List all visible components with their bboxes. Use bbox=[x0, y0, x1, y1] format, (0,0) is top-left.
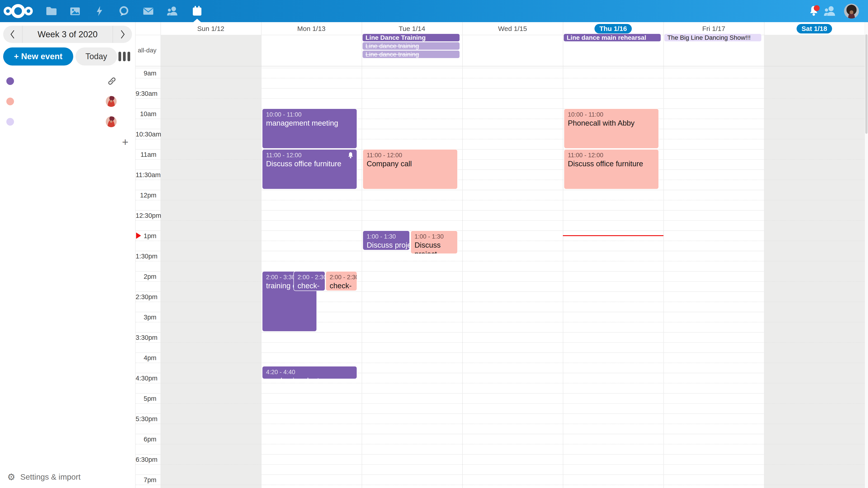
time-grid-dotted-line bbox=[135, 444, 865, 445]
calendar-event[interactable]: 1:00 - 1:30Discuss project announcement bbox=[363, 230, 410, 250]
all-day-event[interactable]: Line dance training bbox=[363, 51, 460, 58]
app-mail-icon[interactable] bbox=[136, 0, 160, 22]
all-day-event[interactable]: Line dance main rehearsal bbox=[564, 34, 661, 41]
calendar-owner-avatar bbox=[106, 116, 117, 127]
app-activity-icon[interactable] bbox=[87, 0, 112, 22]
new-event-button[interactable]: + New event bbox=[3, 47, 73, 66]
app-contacts-icon[interactable] bbox=[160, 0, 185, 22]
time-grid-line bbox=[135, 210, 865, 210]
next-week-button[interactable] bbox=[113, 26, 132, 43]
day-header-sat[interactable]: Sat 1/18 bbox=[764, 22, 865, 35]
day-header-wed[interactable]: Wed 1/15 bbox=[462, 22, 563, 35]
previous-week-button[interactable] bbox=[3, 26, 23, 43]
calendar-list-item[interactable] bbox=[0, 111, 135, 132]
time-grid-dotted-line bbox=[135, 139, 865, 139]
calendar-event[interactable]: 1:00 - 1:30Discuss project announcement bbox=[410, 230, 458, 254]
calendar-event[interactable]: 2:00 - 2:30check-in bbox=[293, 271, 325, 291]
calendar-actions-menu-icon[interactable] bbox=[125, 120, 130, 124]
time-label: 3pm bbox=[135, 314, 156, 321]
user-avatar[interactable] bbox=[844, 4, 859, 19]
calendar-event[interactable]: 11:00 - 12:00Discuss office furniture bbox=[262, 149, 357, 189]
calendar-event[interactable]: 11:00 - 12:00Discuss office furniture bbox=[564, 149, 659, 189]
view-toggle-button[interactable] bbox=[117, 51, 131, 63]
day-header-mon[interactable]: Mon 1/13 bbox=[261, 22, 362, 35]
settings-import-button[interactable]: ⚙ Settings & import bbox=[7, 472, 81, 482]
time-grid-dotted-line bbox=[135, 78, 865, 78]
time-label: 5pm bbox=[135, 395, 156, 402]
day-header-tue[interactable]: Tue 1/14 bbox=[362, 22, 462, 35]
new-calendar-button[interactable]: + bbox=[0, 132, 135, 152]
current-time-arrow-icon bbox=[136, 232, 141, 239]
time-grid-dotted-line bbox=[135, 281, 865, 282]
calendar-event[interactable]: 10:00 - 11:00management meeting bbox=[262, 108, 357, 149]
all-day-event[interactable]: Line Dance Training bbox=[363, 34, 460, 41]
time-label: 6:30pm bbox=[135, 456, 156, 463]
nextcloud-logo-icon[interactable] bbox=[0, 0, 38, 22]
time-grid-line bbox=[135, 129, 865, 129]
time-grid-line bbox=[135, 475, 865, 475]
contacts-menu-icon[interactable] bbox=[822, 3, 838, 19]
time-label: 4pm bbox=[135, 354, 156, 362]
day-header-label: Mon 1/13 bbox=[297, 25, 326, 33]
calendar-list-item[interactable] bbox=[0, 91, 135, 111]
day-header-thu[interactable]: Thu 1/16 bbox=[563, 22, 663, 35]
column-grid-line bbox=[462, 22, 463, 488]
today-button[interactable]: Today bbox=[75, 47, 117, 66]
time-grid-dotted-line bbox=[135, 159, 865, 160]
time-label: 2:30pm bbox=[135, 293, 156, 301]
day-header-sun[interactable]: Sun 1/12 bbox=[160, 22, 261, 35]
time-grid-line bbox=[135, 414, 865, 414]
event-time: 1:00 - 1:30 bbox=[367, 233, 408, 240]
column-grid-line bbox=[160, 22, 161, 488]
plus-icon: + bbox=[121, 138, 130, 147]
day-header-fri[interactable]: Fri 1/17 bbox=[663, 22, 764, 35]
time-grid-dotted-line bbox=[135, 403, 865, 404]
time-grid-line bbox=[135, 332, 865, 332]
app-calendar-icon[interactable] bbox=[185, 0, 209, 22]
all-day-event[interactable]: Line dance training bbox=[363, 42, 460, 50]
today-day-pill: Sat 1/18 bbox=[797, 24, 832, 33]
calendar-actions-menu-icon[interactable] bbox=[125, 79, 130, 84]
time-label: 7pm bbox=[135, 476, 156, 484]
all-day-event[interactable]: The Big Line Dancing Show!!! bbox=[664, 34, 761, 41]
event-time: 10:00 - 11:00 bbox=[568, 111, 657, 119]
event-time: 2:00 - 2:30 bbox=[298, 273, 323, 281]
event-time: 10:00 - 11:00 bbox=[266, 111, 355, 119]
scrollbar-thumb[interactable] bbox=[865, 34, 868, 134]
time-grid-line bbox=[135, 271, 865, 271]
calendar-list-item[interactable] bbox=[0, 71, 135, 91]
settings-import-label: Settings & import bbox=[20, 473, 81, 482]
column-grid-line bbox=[563, 22, 563, 488]
time-label: 1:30pm bbox=[135, 253, 156, 260]
week-range-label[interactable]: Week 3 of 2020 bbox=[23, 30, 113, 39]
top-right-menu bbox=[806, 3, 859, 19]
calendar-color-dot bbox=[6, 118, 14, 126]
time-grid-dotted-line bbox=[135, 261, 865, 261]
notifications-bell-icon[interactable] bbox=[806, 3, 822, 19]
calendar-event[interactable]: 2:00 - 2:30check-in bbox=[326, 271, 357, 291]
event-time: 11:00 - 12:00 bbox=[266, 151, 355, 159]
time-label: 6pm bbox=[135, 435, 156, 443]
event-title: management meeting bbox=[266, 119, 355, 128]
event-time: 1:00 - 1:30 bbox=[414, 233, 456, 240]
gear-icon: ⚙ bbox=[7, 472, 16, 482]
app-photos-icon[interactable] bbox=[63, 0, 87, 22]
calendar-event[interactable]: 10:00 - 11:00Phonecall with Abby bbox=[564, 108, 659, 149]
calendar-event[interactable]: 4:20 - 4:40purchasing dept conversation bbox=[262, 366, 357, 379]
time-grid-line bbox=[135, 68, 865, 68]
person-icon bbox=[824, 5, 836, 17]
time-grid-dotted-line bbox=[135, 363, 865, 363]
calendar-actions-menu-icon[interactable] bbox=[125, 99, 130, 104]
event-time: 11:00 - 12:00 bbox=[367, 151, 456, 159]
app-talk-icon[interactable] bbox=[112, 0, 136, 22]
time-grid-dotted-line bbox=[135, 302, 865, 302]
share-link-icon[interactable] bbox=[107, 76, 117, 86]
time-grid-dotted-line bbox=[135, 342, 865, 343]
calendar-row-actions bbox=[106, 116, 130, 127]
column-grid-line bbox=[261, 22, 261, 488]
time-grid-line bbox=[135, 373, 865, 373]
app-files-icon[interactable] bbox=[38, 0, 63, 22]
event-title: Company call bbox=[367, 159, 456, 168]
calendar-event[interactable]: 11:00 - 12:00Company call bbox=[363, 149, 458, 189]
time-label: 2pm bbox=[135, 273, 156, 281]
